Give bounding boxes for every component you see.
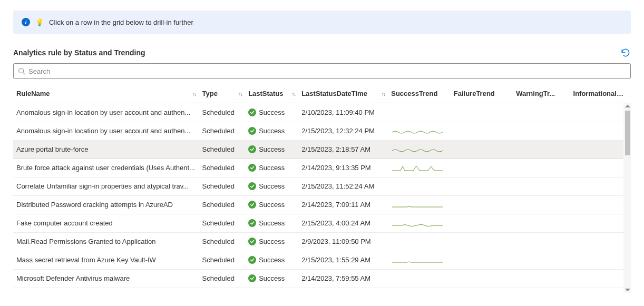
cell-rule-name: Microsoft Defender Antivirus malware bbox=[13, 269, 199, 288]
cell-warning-trend bbox=[513, 288, 570, 293]
cell-status: Success bbox=[245, 195, 298, 214]
cell-warning-trend bbox=[513, 159, 570, 177]
scroll-up-icon[interactable] bbox=[625, 105, 630, 107]
table-row[interactable]: Anomalous sign-in location by user accou… bbox=[13, 122, 630, 140]
table-row[interactable]: Microsoft Defender Antivirus malwareSche… bbox=[13, 269, 630, 288]
cell-type: Scheduled bbox=[199, 122, 246, 140]
cell-rule-name: Brute force attack against user credenti… bbox=[13, 159, 199, 177]
cell-warning-trend bbox=[513, 214, 570, 232]
col-header-status[interactable]: LastStatus↑↓ bbox=[245, 84, 298, 103]
table-body: Anomalous sign-in location by user accou… bbox=[13, 103, 631, 293]
cell-warning-trend bbox=[513, 269, 570, 288]
cell-date: 2/15/2023, 12:32:24 PM bbox=[298, 122, 388, 140]
table-row[interactable]: Anomalous sign-in location by user accou… bbox=[13, 103, 630, 122]
svg-point-0 bbox=[19, 68, 24, 73]
cell-status: Success bbox=[245, 177, 298, 195]
cell-informational-trend bbox=[570, 122, 630, 140]
col-header-success-trend[interactable]: SuccessTrend bbox=[388, 84, 451, 103]
cell-rule-name: Correlate Unfamiliar sign-in properties … bbox=[13, 177, 199, 195]
scrollbar-thumb[interactable] bbox=[625, 111, 630, 155]
sparkline bbox=[391, 219, 444, 228]
cell-failure-trend bbox=[451, 288, 513, 293]
col-header-failure-trend[interactable]: FailureTrend bbox=[451, 84, 513, 103]
cell-informational-trend bbox=[570, 159, 630, 177]
cell-failure-trend bbox=[451, 214, 513, 232]
cell-type: Scheduled bbox=[199, 214, 246, 232]
cell-success-trend bbox=[388, 195, 451, 214]
cell-informational-trend bbox=[570, 214, 630, 232]
success-icon bbox=[248, 145, 256, 153]
col-header-name[interactable]: RuleName↑↓ bbox=[13, 84, 199, 103]
cell-success-trend bbox=[388, 251, 451, 269]
lightbulb-icon: 💡 bbox=[35, 18, 44, 26]
table-row[interactable]: Mail.Read Permissions Granted to Applica… bbox=[13, 232, 630, 251]
cell-failure-trend bbox=[451, 269, 513, 288]
success-icon bbox=[248, 108, 256, 116]
col-header-warning-trend[interactable]: WarningTr... bbox=[513, 84, 570, 103]
sparkline bbox=[391, 201, 444, 209]
col-header-informational-trend[interactable]: InformationalTr... bbox=[570, 84, 630, 103]
cell-status: Success bbox=[245, 214, 298, 232]
cell-type: Scheduled bbox=[199, 140, 246, 159]
sparkline bbox=[391, 145, 444, 154]
cell-rule-name: Distributed Password cracking attempts i… bbox=[13, 195, 199, 214]
cell-rule-name: Anomalous sign-in location by user accou… bbox=[13, 122, 199, 140]
cell-type: Scheduled bbox=[199, 103, 246, 122]
table-row[interactable]: Mass secret retrieval from Azure Key Vau… bbox=[13, 251, 630, 269]
status-label: Success bbox=[259, 256, 285, 264]
table-row[interactable]: Brute force attack against user credenti… bbox=[13, 159, 630, 177]
cell-status: Success bbox=[245, 103, 298, 122]
table-row[interactable]: Fake computer account createdScheduledSu… bbox=[13, 214, 630, 232]
sort-icon: ↑↓ bbox=[381, 91, 385, 97]
cell-informational-trend bbox=[570, 103, 630, 122]
cell-warning-trend bbox=[513, 103, 570, 122]
scroll-down-icon[interactable] bbox=[625, 289, 630, 291]
cell-rule-name: Multiple Password Reset by user bbox=[13, 288, 199, 293]
sort-icon: ↑↓ bbox=[238, 91, 242, 97]
section-title: Analytics rule by Status and Trending bbox=[13, 48, 145, 57]
cell-success-trend bbox=[388, 103, 451, 122]
scrollbar[interactable] bbox=[623, 103, 631, 293]
search-input[interactable] bbox=[28, 67, 626, 75]
cell-date: 2/15/2023, 11:52:24 AM bbox=[298, 177, 388, 195]
cell-failure-trend bbox=[451, 159, 513, 177]
cell-failure-trend bbox=[451, 122, 513, 140]
sparkline bbox=[391, 164, 444, 172]
cell-date: 2/10/2023, 11:09:40 PM bbox=[298, 103, 388, 122]
table-row[interactable]: Multiple Password Reset by userScheduled… bbox=[13, 288, 630, 293]
undo-icon[interactable] bbox=[620, 47, 631, 58]
cell-type: Scheduled bbox=[199, 232, 246, 251]
cell-type: Scheduled bbox=[199, 195, 246, 214]
cell-success-trend bbox=[388, 140, 451, 159]
cell-status: Success bbox=[245, 140, 298, 159]
svg-line-1 bbox=[23, 73, 25, 75]
status-label: Success bbox=[259, 164, 285, 172]
sparkline bbox=[391, 256, 444, 264]
info-banner: i 💡 Click on a row in the grid below to … bbox=[13, 11, 631, 34]
search-box[interactable] bbox=[13, 63, 631, 79]
cell-failure-trend bbox=[451, 177, 513, 195]
table-row[interactable]: Correlate Unfamiliar sign-in properties … bbox=[13, 177, 630, 195]
cell-success-trend bbox=[388, 269, 451, 288]
cell-warning-trend bbox=[513, 177, 570, 195]
cell-informational-trend bbox=[570, 288, 630, 293]
section-header: Analytics rule by Status and Trending bbox=[13, 47, 631, 58]
search-icon bbox=[18, 67, 25, 75]
col-header-type[interactable]: Type↑↓ bbox=[199, 84, 246, 103]
cell-informational-trend bbox=[570, 269, 630, 288]
success-icon bbox=[248, 201, 256, 209]
sort-icon: ↑↓ bbox=[192, 91, 196, 97]
cell-rule-name: Anomalous sign-in location by user accou… bbox=[13, 103, 199, 122]
success-icon bbox=[248, 164, 256, 172]
table-row[interactable]: Distributed Password cracking attempts i… bbox=[13, 195, 630, 214]
cell-rule-name: Mass secret retrieval from Azure Key Vau… bbox=[13, 251, 199, 269]
table-container: RuleName↑↓ Type↑↓ LastStatus↑↓ LastStatu… bbox=[13, 84, 631, 293]
status-label: Success bbox=[259, 238, 285, 245]
cell-date: 2/14/2023, 7:59:55 AM bbox=[298, 269, 388, 288]
table-row[interactable]: Azure portal brute-forceScheduledSuccess… bbox=[13, 140, 630, 159]
cell-success-trend bbox=[388, 122, 451, 140]
cell-success-trend bbox=[388, 232, 451, 251]
status-label: Success bbox=[259, 182, 285, 190]
cell-status: Success bbox=[245, 159, 298, 177]
col-header-date[interactable]: LastStatusDateTime↑↓ bbox=[298, 84, 388, 103]
